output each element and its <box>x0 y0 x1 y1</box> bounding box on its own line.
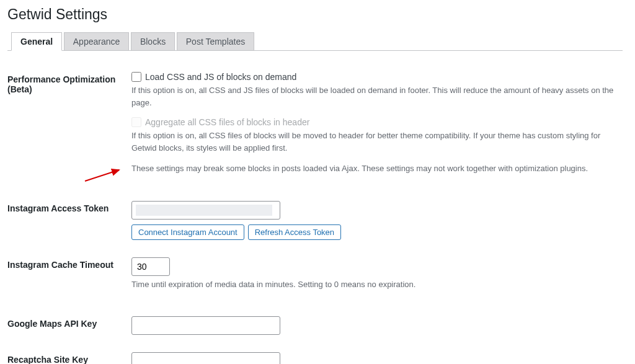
instagram-cache-label: Instagram Cache Timeout <box>7 249 131 308</box>
recaptcha-site-input[interactable] <box>131 352 280 364</box>
perf-optimization-label: Performance Optimization (Beta) <box>7 63 131 192</box>
connect-instagram-button[interactable]: Connect Instagram Account <box>131 224 244 240</box>
load-on-demand-description: If this option is on, all CSS and JS fil… <box>131 84 616 109</box>
load-on-demand-label: Load CSS and JS of blocks on demand <box>145 72 296 82</box>
load-on-demand-checkbox[interactable] <box>131 72 141 82</box>
instagram-cache-input[interactable] <box>131 257 170 276</box>
recaptcha-site-label: Recaptcha Site Key <box>7 344 131 364</box>
perf-warning-text: These settings may break some blocks in … <box>131 162 616 175</box>
aggregate-css-label: Aggregate all CSS files of blocks in hea… <box>145 117 309 127</box>
instagram-token-label: Instagram Access Token <box>7 192 131 249</box>
tab-post-templates[interactable]: Post Templates <box>177 32 254 50</box>
settings-form: Performance Optimization (Beta) Load CSS… <box>7 63 623 364</box>
instagram-token-input[interactable] <box>131 201 280 220</box>
tab-appearance[interactable]: Appearance <box>64 32 130 50</box>
gmaps-api-label: Google Maps API Key <box>7 308 131 344</box>
aggregate-css-description: If this option is on, all CSS files of b… <box>131 130 616 154</box>
instagram-cache-description: Time until expiration of media data in m… <box>131 278 616 291</box>
redacted-value <box>136 205 272 216</box>
tab-blocks[interactable]: Blocks <box>131 32 175 50</box>
gmaps-api-input[interactable] <box>131 316 280 335</box>
tab-bar: General Appearance Blocks Post Templates <box>7 32 623 51</box>
aggregate-css-checkbox <box>131 117 141 127</box>
page-title: Getwid Settings <box>7 6 623 23</box>
refresh-token-button[interactable]: Refresh Access Token <box>248 224 341 240</box>
tab-general[interactable]: General <box>11 32 62 51</box>
